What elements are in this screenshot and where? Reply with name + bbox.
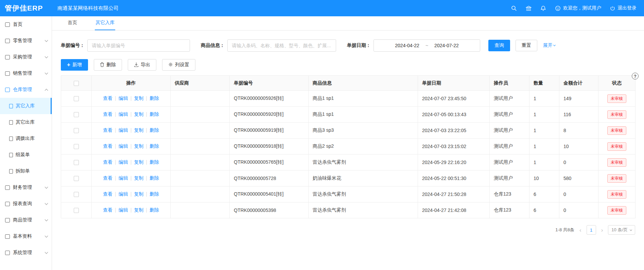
edit-link[interactable]: 编辑	[119, 127, 128, 133]
sidebar-item-home[interactable]: 首页	[0, 16, 52, 33]
reset-button[interactable]: 重置	[516, 40, 537, 51]
sales-icon	[5, 71, 10, 76]
delete-button[interactable]: 删除	[94, 59, 122, 71]
row-checkbox[interactable]	[74, 192, 79, 197]
search-button[interactable]: 查询	[488, 40, 510, 51]
delete-link[interactable]: 删除	[150, 95, 159, 101]
view-link[interactable]: 查看	[103, 111, 112, 117]
filter-bar: 单据编号： 商品信息： 单据日期： 2024-04-22 ~ 2024-07-2…	[52, 31, 644, 52]
copy-link[interactable]: 复制	[134, 207, 143, 213]
copy-link[interactable]: 复制	[134, 143, 143, 149]
edit-link[interactable]: 编辑	[119, 175, 128, 181]
copy-link[interactable]: 复制	[134, 111, 143, 117]
sidebar-item-products[interactable]: 商品管理	[0, 212, 52, 228]
action-separator: |	[146, 95, 147, 101]
row-checkbox[interactable]	[74, 176, 79, 181]
prev-page-button[interactable]: ‹	[579, 227, 582, 233]
delete-link[interactable]: 删除	[150, 175, 159, 181]
copy-link[interactable]: 复制	[134, 191, 143, 197]
bell-icon[interactable]	[540, 5, 546, 11]
copy-link[interactable]: 复制	[134, 95, 143, 101]
page-1-button[interactable]: 1	[587, 225, 596, 235]
sidebar-item-finance[interactable]: 财务管理	[0, 179, 52, 196]
date-cell: 2024-07-07 23:45:50	[418, 91, 490, 107]
copy-link[interactable]: 复制	[134, 159, 143, 165]
order-no-cell: QTRK00000005919[转]	[230, 123, 309, 139]
select-all-checkbox[interactable]	[74, 81, 79, 86]
row-checkbox[interactable]	[74, 128, 79, 133]
status-cell: 未审核	[598, 202, 636, 218]
amount-cell: 8	[559, 123, 598, 139]
sidebar-item-basic-data[interactable]: 基本资料	[0, 228, 52, 245]
search-icon[interactable]	[511, 5, 517, 11]
row-checkbox[interactable]	[74, 208, 79, 213]
table-row: 查看|编辑|复制|删除 QTRK00000005728 奶油味爆米花 2024-…	[61, 170, 636, 186]
edit-link[interactable]: 编辑	[119, 191, 128, 197]
view-link[interactable]: 查看	[103, 191, 112, 197]
delete-link[interactable]: 删除	[150, 111, 159, 117]
row-checkbox[interactable]	[74, 112, 79, 117]
page-size-select[interactable]: 10 条/页	[608, 225, 635, 235]
sidebar-item-warehouse[interactable]: 仓库管理	[0, 82, 52, 98]
edit-link[interactable]: 编辑	[119, 111, 128, 117]
tab-home[interactable]: 首页	[67, 20, 78, 30]
order-no-cell: QTRK00000005926[转]	[230, 91, 309, 107]
sidebar-item-disassembly-order[interactable]: 拆卸单	[0, 163, 52, 179]
sidebar-item-purchase[interactable]: 采购管理	[0, 49, 52, 65]
delete-link[interactable]: 删除	[150, 143, 159, 149]
edit-link[interactable]: 编辑	[119, 159, 128, 165]
sidebar-item-other-outbound[interactable]: 其它出库	[0, 114, 52, 130]
sidebar-item-label: 仓库管理	[13, 87, 45, 93]
qty-cell: 1	[529, 107, 559, 123]
delete-link[interactable]: 删除	[150, 127, 159, 133]
operator-cell: 测试用户	[490, 155, 529, 170]
user-menu[interactable]: 欢迎您，测试用户	[555, 5, 601, 11]
copy-link[interactable]: 复制	[134, 175, 143, 181]
view-link[interactable]: 查看	[103, 95, 112, 101]
operator-cell: 测试用户	[490, 107, 529, 123]
view-link[interactable]: 查看	[103, 127, 112, 133]
view-link[interactable]: 查看	[103, 159, 112, 165]
action-separator: |	[146, 159, 147, 165]
delete-link[interactable]: 删除	[150, 159, 159, 165]
row-checkbox[interactable]	[74, 144, 79, 149]
date-range-picker[interactable]: 2024-04-22 ~ 2024-07-22	[373, 39, 480, 52]
date-end[interactable]: 2024-07-22	[434, 43, 459, 48]
edit-link[interactable]: 编辑	[119, 143, 128, 149]
sidebar-item-sales[interactable]: 销售管理	[0, 65, 52, 82]
operator-cell: 测试用户	[490, 139, 529, 155]
edit-link[interactable]: 编辑	[119, 207, 128, 213]
edit-link[interactable]: 编辑	[119, 95, 128, 101]
view-link[interactable]: 查看	[103, 175, 112, 181]
status-cell: 未审核	[598, 170, 636, 186]
sidebar-item-assembly-order[interactable]: 组装单	[0, 147, 52, 163]
add-button[interactable]: + 新增	[61, 59, 88, 71]
row-checkbox[interactable]	[74, 96, 79, 101]
view-link[interactable]: 查看	[103, 207, 112, 213]
expand-toggle[interactable]: 展开	[543, 42, 555, 49]
help-icon[interactable]: ?	[632, 73, 639, 79]
export-icon	[134, 62, 139, 68]
date-start[interactable]: 2024-04-22	[395, 43, 419, 48]
sidebar-item-retail[interactable]: 零售管理	[0, 33, 52, 49]
copy-link[interactable]: 复制	[134, 127, 143, 133]
sidebar-item-other-inbound[interactable]: 其它入库	[0, 98, 52, 114]
sidebar-item-reports[interactable]: 报表查询	[0, 196, 52, 212]
next-page-button[interactable]: ›	[601, 227, 604, 233]
logout-button[interactable]: 退出登录	[610, 5, 637, 11]
column-settings-button[interactable]: 列设置	[162, 59, 195, 71]
sidebar-item-transfer-outbound[interactable]: 调拨出库	[0, 130, 52, 147]
product-info-input[interactable]	[227, 39, 336, 52]
export-button[interactable]: 导出	[128, 59, 156, 71]
view-link[interactable]: 查看	[103, 143, 112, 149]
qty-cell: 1	[529, 155, 559, 170]
sidebar-item-system[interactable]: 系统管理	[0, 245, 52, 261]
delete-link[interactable]: 删除	[150, 191, 159, 197]
order-no-input[interactable]	[87, 39, 190, 52]
row-checkbox[interactable]	[74, 160, 79, 165]
tab-other-inbound[interactable]: 其它入库	[95, 20, 115, 30]
bank-icon[interactable]	[526, 5, 532, 11]
row-actions-cell: 查看|编辑|复制|删除	[92, 186, 171, 202]
chevron-up-icon	[45, 89, 48, 92]
delete-link[interactable]: 删除	[150, 207, 159, 213]
